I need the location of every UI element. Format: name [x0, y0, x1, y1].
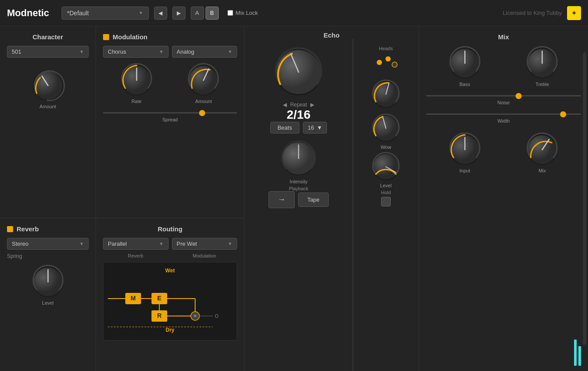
routing-labels-row: Reverb Modulation [103, 253, 237, 258]
heads-label-top: Heads [357, 46, 415, 51]
playback-label: Playback [251, 186, 346, 191]
reverb-indicator[interactable] [7, 226, 13, 232]
mix-output-label: Mix [539, 168, 546, 173]
svg-point-10 [377, 60, 382, 65]
ab-a-button[interactable]: A [191, 7, 204, 20]
character-panel: Character 501 ▼ [0, 26, 96, 218]
modulation-indicator[interactable] [103, 34, 109, 40]
level-bar-left [574, 340, 577, 366]
beats-button[interactable]: Beats [270, 122, 299, 134]
reverb-mode-arrow: ▼ [79, 241, 84, 246]
mix-output-knob[interactable] [525, 132, 560, 167]
repeat-value: 2/16 [251, 108, 346, 122]
spread-slider[interactable] [103, 112, 237, 113]
scrollbar[interactable] [583, 52, 586, 345]
character-preset-dropdown[interactable]: 501 ▼ [7, 46, 89, 58]
intensity-label: Intensity [290, 179, 308, 184]
logo-icon: ✦ [567, 6, 581, 20]
playback-row: → Tape [251, 191, 346, 208]
repeat-prev-icon[interactable]: ◀ [283, 102, 287, 108]
character-amount-group: Amount [31, 68, 65, 109]
echo-level-label: Level [380, 183, 392, 188]
preset-select[interactable]: *Default ▼ [62, 7, 149, 20]
mix-lock-control: Mix Lock [227, 10, 258, 16]
reverb-header: Reverb [7, 225, 89, 233]
character-amount-label: Amount [40, 104, 56, 109]
echo-left: ◀ Repeat ▶ 2/16 Beats 16 ▼ [244, 39, 353, 371]
character-title: Character [7, 33, 89, 41]
reverb-mode-dropdown[interactable]: Stereo ▼ [7, 238, 89, 250]
repeat-label: Repeat [290, 102, 307, 108]
svg-point-12 [392, 62, 397, 67]
dry-label: Dry [103, 327, 237, 333]
modulation-header: Modulation [103, 33, 237, 41]
width-slider[interactable] [426, 113, 581, 115]
input-knob[interactable] [447, 132, 482, 167]
modulation-amount-knob[interactable] [186, 63, 221, 98]
reverb-level-knob[interactable] [31, 265, 65, 299]
ab-group: A B [191, 7, 219, 20]
mix-lock-label: Mix Lock [236, 10, 258, 16]
hold-label: Hold [357, 190, 415, 195]
reverb-panel: Reverb Stereo ▼ Spring [0, 218, 96, 371]
modulation-amount-label: Amount [195, 99, 212, 104]
beats-dropdown-arrow: ▼ [316, 124, 322, 131]
echo-main-knob[interactable] [272, 46, 325, 98]
treble-label: Treble [536, 82, 549, 87]
modulation-rate-label: Rate [131, 99, 141, 104]
character-amount-knob[interactable] [31, 68, 65, 103]
prev-preset-button[interactable]: ◀ [154, 7, 167, 20]
svg-text:M: M [131, 295, 136, 302]
echo-level-knob[interactable] [371, 151, 401, 182]
echo-panel: Echo [244, 26, 419, 371]
spread-label: Spread [103, 117, 237, 122]
treble-group: Treble [525, 46, 560, 87]
reverb-level-group: Level [31, 265, 65, 306]
noise-slider-wrap: Noise [426, 90, 581, 105]
modulation-title: Modulation [113, 33, 148, 41]
signal-flow-svg: M E R × O [108, 275, 221, 331]
modulation-mode-dropdown[interactable]: Analog ▼ [172, 46, 237, 58]
routing-mod-arrow: ▼ [228, 241, 232, 246]
modtype-arrow: ▼ [159, 49, 164, 54]
reverb-level-label: Level [42, 300, 53, 306]
play-button[interactable]: → [268, 191, 295, 208]
mix-eq-row: Bass Treble [426, 46, 581, 87]
next-preset-button[interactable]: ▶ [172, 7, 186, 20]
tape-button[interactable]: Tape [298, 192, 329, 207]
signal-flow-diagram: Wet M E R [103, 262, 237, 340]
routing-reverb-dropdown[interactable]: Parallel ▼ [103, 238, 168, 250]
header: Modnetic *Default ▼ ◀ ▶ A B Mix Lock Lic… [0, 0, 588, 26]
mix-lock-checkbox[interactable] [227, 10, 233, 16]
treble-knob[interactable] [525, 46, 560, 81]
echo-right: Heads [353, 39, 419, 371]
svg-text:×: × [193, 313, 196, 319]
noise-slider[interactable] [426, 95, 581, 96]
repeat-next-icon[interactable]: ▶ [310, 102, 314, 108]
bass-label: Bass [460, 82, 470, 87]
width-label: Width [426, 118, 581, 124]
modulation-type-dropdown[interactable]: Chorus ▼ [103, 46, 168, 58]
heads-knob[interactable] [371, 79, 401, 110]
modulation-rate-knob[interactable] [119, 63, 154, 98]
license-text: Licensed to King Tubby [503, 10, 562, 16]
modulation-dropdowns: Chorus ▼ Analog ▼ [103, 46, 237, 58]
routing-title: Routing [103, 225, 237, 233]
beats-value-dropdown[interactable]: 16 ▼ [303, 122, 327, 134]
wow-label: Wow [381, 144, 391, 150]
main-grid: Character 501 ▼ [0, 26, 588, 371]
routing-modulation-dropdown[interactable]: Pre Wet ▼ [172, 238, 237, 250]
mix-out-group: Mix [525, 132, 560, 173]
bass-knob[interactable] [447, 46, 482, 81]
echo-intensity-knob[interactable] [279, 139, 318, 178]
svg-text:O: O [215, 313, 219, 319]
repeat-control: ◀ Repeat ▶ [251, 102, 346, 108]
hold-checkbox[interactable] [381, 197, 391, 206]
beats-row: Beats 16 ▼ [251, 122, 346, 134]
mix-io-row: Input Mix [426, 132, 581, 173]
ab-b-button[interactable]: B [206, 7, 219, 20]
svg-text:R: R [157, 312, 162, 319]
character-dropdown-arrow: ▼ [79, 49, 84, 54]
heads-display[interactable] [371, 54, 401, 76]
wow-knob[interactable] [371, 113, 401, 144]
